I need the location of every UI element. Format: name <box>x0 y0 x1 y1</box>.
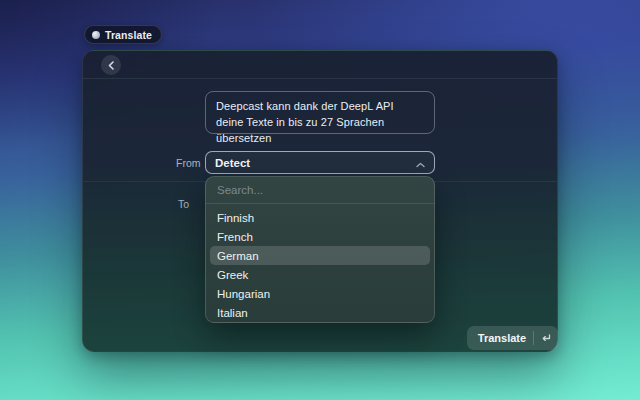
dropdown-item[interactable]: Hungarian <box>210 284 430 303</box>
language-search-input[interactable] <box>206 177 434 204</box>
from-select[interactable]: Detect <box>205 151 435 174</box>
from-select-value: Detect <box>215 157 250 169</box>
app-badge-label: Translate <box>105 29 152 41</box>
back-button[interactable] <box>101 55 121 75</box>
return-key-icon <box>534 334 558 343</box>
to-label: To <box>178 198 189 210</box>
language-dropdown: Finnish French German Greek Hungarian It… <box>205 176 435 323</box>
chevron-up-icon <box>416 154 425 172</box>
dropdown-item[interactable]: German <box>210 246 430 265</box>
language-list: Finnish French German Greek Hungarian It… <box>206 204 434 323</box>
dropdown-item[interactable]: Greek <box>210 265 430 284</box>
app-badge[interactable]: Translate <box>84 25 162 44</box>
dropdown-item[interactable]: Finnish <box>210 208 430 227</box>
gear-icon <box>92 31 100 39</box>
translate-button-label: Translate <box>467 332 533 344</box>
window-header <box>83 51 557 79</box>
translate-window: Deepcast kann dank der DeepL API deine T… <box>82 50 558 352</box>
translate-button[interactable]: Translate <box>467 326 558 350</box>
dropdown-item[interactable]: French <box>210 227 430 246</box>
chevron-left-icon <box>108 61 115 70</box>
from-label: From <box>176 157 201 169</box>
source-text-input[interactable]: Deepcast kann dank der DeepL API deine T… <box>205 91 435 134</box>
dropdown-item[interactable]: Italian <box>210 303 430 322</box>
